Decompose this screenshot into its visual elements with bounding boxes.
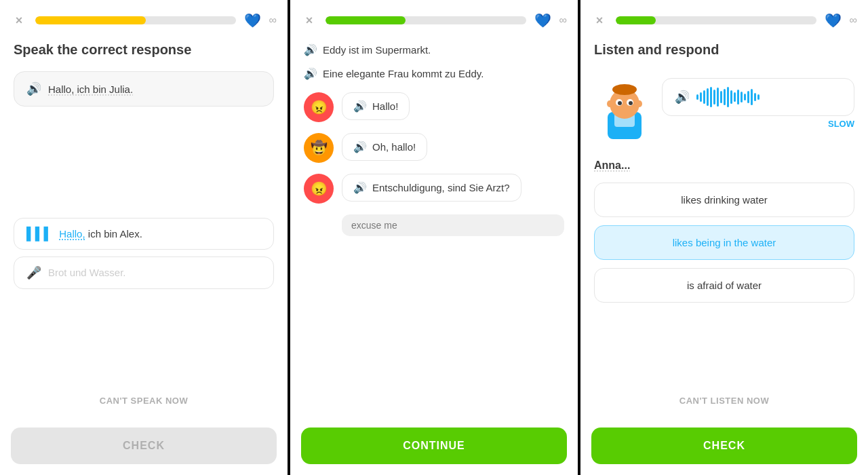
panel1-title: Speak the correct response <box>14 42 274 58</box>
progress-fill-1 <box>35 16 146 24</box>
cant-speak-label[interactable]: CAN'T SPEAK NOW <box>14 389 274 413</box>
speaker-icon-chat1[interactable]: 🔊 <box>353 100 367 113</box>
panel2-content: 🔊 Eddy ist im Supermarkt. 🔊 Eine elegant… <box>290 35 578 419</box>
close-button-3[interactable]: × <box>591 12 608 28</box>
speaker-icon-audio[interactable]: 🔊 <box>675 90 690 104</box>
panel2-footer: CONTINUE <box>290 419 578 475</box>
panel3-title: Listen and respond <box>594 42 854 58</box>
character-figure <box>594 78 655 146</box>
progress-bar-3 <box>616 16 816 24</box>
speaker-icon-line2[interactable]: 🔊 <box>304 67 317 80</box>
response-after: ich bin Alex. <box>88 228 142 240</box>
chat-text-1: Hallo! <box>372 100 398 112</box>
panel1-header: × 💙 ∞ <box>0 0 288 35</box>
mic-placeholder-text: Brot und Wasser. <box>48 267 126 278</box>
mic-bubble[interactable]: 🎤 Brot und Wasser. <box>14 256 274 289</box>
waveform-icon: ▌▌▌ <box>26 227 52 241</box>
cant-listen-label[interactable]: CAN'T LISTEN NOW <box>594 389 854 413</box>
infinity-icon-3: ∞ <box>850 14 857 26</box>
panel-speak: × 💙 ∞ Speak the correct response 🔊 Hallo… <box>0 0 288 475</box>
prompt-bubble[interactable]: 🔊 Hallo, ich bin Julia. <box>14 71 274 107</box>
option-button-0[interactable]: likes drinking water <box>594 183 854 217</box>
panel1-footer: CHECK <box>0 419 288 475</box>
progress-bar-1 <box>35 16 236 24</box>
anna-label: Anna... <box>594 159 854 172</box>
conv-line1: Eddy ist im Supermarkt. <box>323 44 431 56</box>
continue-button[interactable]: CONTINUE <box>301 428 567 464</box>
character-scene: 🔊 <box>594 78 854 146</box>
conv-line2: Eine elegante Frau kommt zu Eddy. <box>323 68 484 79</box>
panel3-footer: CHECK <box>580 419 868 475</box>
chat-text-3: Entschuldigung, sind Sie Arzt? <box>372 182 510 193</box>
close-button-1[interactable]: × <box>11 12 27 28</box>
response-highlight: Hallo, <box>59 228 85 240</box>
panel3-content: Listen and respond <box>580 35 868 419</box>
chat-row-2: 🤠 🔊 Oh, hallo! <box>304 133 564 163</box>
translation-label: excuse me <box>342 214 564 236</box>
svg-point-5 <box>618 101 622 105</box>
close-button-2[interactable]: × <box>301 12 317 28</box>
progress-bar-2 <box>326 16 526 24</box>
progress-fill-3 <box>616 16 656 24</box>
panel-conversation: × 💙 ∞ 🔊 Eddy ist im Supermarkt. 🔊 Eine e… <box>290 0 578 475</box>
speaker-icon-1[interactable]: 🔊 <box>26 81 41 96</box>
avatar-2: 🤠 <box>304 133 334 163</box>
option-button-1[interactable]: likes being in the water <box>594 225 854 260</box>
option-button-2[interactable]: is afraid of water <box>594 268 854 303</box>
slow-label[interactable]: SLOW <box>662 119 854 129</box>
prompt-text: Hallo, ich bin Julia. <box>48 83 133 95</box>
heart-icon-2: 💙 <box>534 12 551 28</box>
chat-text-2: Oh, hallo! <box>372 141 416 153</box>
progress-fill-2 <box>326 16 406 24</box>
chat-bubble-2[interactable]: 🔊 Oh, hallo! <box>342 133 427 161</box>
infinity-icon-2: ∞ <box>559 14 567 26</box>
conv-line2-row: 🔊 Eine elegante Frau kommt zu Eddy. <box>304 66 564 81</box>
check-button-1[interactable]: CHECK <box>11 428 277 464</box>
chat-bubble-1[interactable]: 🔊 Hallo! <box>342 92 410 120</box>
panel-listen: × 💙 ∞ Listen and respond <box>580 0 868 475</box>
infinity-icon-1: ∞ <box>269 14 277 26</box>
response-text: Hallo, ich bin Alex. <box>59 228 142 240</box>
heart-icon-3: 💙 <box>825 12 842 28</box>
chat-bubble-3[interactable]: 🔊 Entschuldigung, sind Sie Arzt? <box>342 174 521 202</box>
speaker-icon-chat3[interactable]: 🔊 <box>353 181 367 194</box>
speaker-icon-chat2[interactable]: 🔊 <box>353 140 367 153</box>
heart-icon-1: 💙 <box>244 12 261 28</box>
svg-point-8 <box>607 100 612 107</box>
svg-point-9 <box>637 100 642 107</box>
svg-point-6 <box>629 101 633 105</box>
chat-row-3: 😠 🔊 Entschuldigung, sind Sie Arzt? excus… <box>304 174 564 236</box>
speaker-icon-line1[interactable]: 🔊 <box>304 43 317 56</box>
wave-bars <box>696 87 760 107</box>
panel2-header: × 💙 ∞ <box>290 0 578 35</box>
conv-line1-row: 🔊 Eddy ist im Supermarkt. <box>304 42 564 58</box>
chat-row-1: 😠 🔊 Hallo! <box>304 92 564 122</box>
panel1-content: Speak the correct response 🔊 Hallo, ich … <box>0 35 288 419</box>
svg-point-7 <box>612 84 637 95</box>
response-bubble: ▌▌▌ Hallo, ich bin Alex. <box>14 218 274 250</box>
avatar-3: 😠 <box>304 174 334 204</box>
check-button-3[interactable]: CHECK <box>591 428 857 464</box>
mic-icon: 🎤 <box>26 265 41 280</box>
avatar-1: 😠 <box>304 92 334 122</box>
audio-wave-box[interactable]: 🔊 <box>662 78 854 116</box>
panel3-header: × 💙 ∞ <box>580 0 868 35</box>
audio-section: 🔊 <box>662 78 854 129</box>
